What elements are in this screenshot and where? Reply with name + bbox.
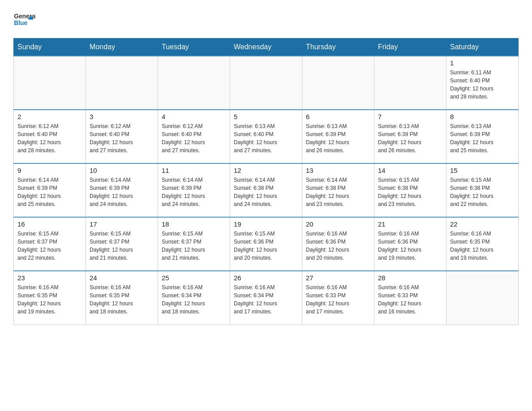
day-info: Sunrise: 6:14 AM Sunset: 6:39 PM Dayligh… xyxy=(17,176,82,208)
calendar-cell: 28Sunrise: 6:16 AM Sunset: 6:33 PM Dayli… xyxy=(374,271,446,325)
day-info: Sunrise: 6:12 AM Sunset: 6:40 PM Dayligh… xyxy=(17,122,82,154)
calendar-table: SundayMondayTuesdayWednesdayThursdayFrid… xyxy=(13,38,519,325)
calendar-cell: 11Sunrise: 6:14 AM Sunset: 6:39 PM Dayli… xyxy=(158,163,230,217)
day-info: Sunrise: 6:16 AM Sunset: 6:35 PM Dayligh… xyxy=(450,230,515,262)
calendar-cell: 21Sunrise: 6:16 AM Sunset: 6:36 PM Dayli… xyxy=(374,217,446,271)
calendar-cell: 9Sunrise: 6:14 AM Sunset: 6:39 PM Daylig… xyxy=(14,163,86,217)
week-row-3: 9Sunrise: 6:14 AM Sunset: 6:39 PM Daylig… xyxy=(14,163,519,217)
day-info: Sunrise: 6:16 AM Sunset: 6:33 PM Dayligh… xyxy=(378,283,442,316)
day-info: Sunrise: 6:13 AM Sunset: 6:39 PM Dayligh… xyxy=(450,122,515,154)
day-number: 5 xyxy=(234,113,298,120)
day-info: Sunrise: 6:16 AM Sunset: 6:34 PM Dayligh… xyxy=(162,283,226,316)
day-info: Sunrise: 6:15 AM Sunset: 6:37 PM Dayligh… xyxy=(90,230,154,262)
calendar-cell: 25Sunrise: 6:16 AM Sunset: 6:34 PM Dayli… xyxy=(158,271,230,325)
calendar-cell xyxy=(230,56,302,110)
day-number: 11 xyxy=(162,167,226,174)
day-info: Sunrise: 6:15 AM Sunset: 6:37 PM Dayligh… xyxy=(162,230,226,262)
svg-text:Blue: Blue xyxy=(14,20,27,26)
day-number: 7 xyxy=(378,113,442,120)
weekday-header-tuesday: Tuesday xyxy=(158,39,230,56)
calendar-cell: 13Sunrise: 6:14 AM Sunset: 6:38 PM Dayli… xyxy=(302,163,374,217)
day-info: Sunrise: 6:13 AM Sunset: 6:39 PM Dayligh… xyxy=(378,122,442,154)
day-number: 1 xyxy=(450,59,515,67)
calendar-cell: 5Sunrise: 6:13 AM Sunset: 6:40 PM Daylig… xyxy=(230,110,302,163)
day-info: Sunrise: 6:14 AM Sunset: 6:39 PM Dayligh… xyxy=(90,176,154,208)
day-info: Sunrise: 6:14 AM Sunset: 6:39 PM Dayligh… xyxy=(162,176,226,208)
calendar-cell: 26Sunrise: 6:16 AM Sunset: 6:34 PM Dayli… xyxy=(230,271,302,325)
week-row-1: 1Sunrise: 6:11 AM Sunset: 6:40 PM Daylig… xyxy=(14,56,519,110)
calendar-cell: 15Sunrise: 6:15 AM Sunset: 6:38 PM Dayli… xyxy=(446,163,519,217)
page-header: General Blue xyxy=(13,9,519,29)
day-number: 8 xyxy=(450,113,515,120)
week-row-5: 23Sunrise: 6:16 AM Sunset: 6:35 PM Dayli… xyxy=(14,271,519,325)
day-number: 17 xyxy=(90,220,154,228)
calendar-cell: 10Sunrise: 6:14 AM Sunset: 6:39 PM Dayli… xyxy=(86,163,158,217)
day-info: Sunrise: 6:15 AM Sunset: 6:38 PM Dayligh… xyxy=(450,176,515,208)
calendar-cell: 27Sunrise: 6:16 AM Sunset: 6:33 PM Dayli… xyxy=(302,271,374,325)
calendar-cell: 24Sunrise: 6:16 AM Sunset: 6:35 PM Dayli… xyxy=(86,271,158,325)
day-number: 3 xyxy=(90,113,154,120)
calendar-cell: 18Sunrise: 6:15 AM Sunset: 6:37 PM Dayli… xyxy=(158,217,230,271)
calendar-cell: 1Sunrise: 6:11 AM Sunset: 6:40 PM Daylig… xyxy=(446,56,519,110)
day-number: 24 xyxy=(90,274,154,282)
calendar-cell: 16Sunrise: 6:15 AM Sunset: 6:37 PM Dayli… xyxy=(14,217,86,271)
day-info: Sunrise: 6:15 AM Sunset: 6:38 PM Dayligh… xyxy=(378,176,442,208)
weekday-header-row: SundayMondayTuesdayWednesdayThursdayFrid… xyxy=(14,39,519,56)
day-number: 26 xyxy=(234,274,298,282)
day-number: 19 xyxy=(234,220,298,228)
calendar-cell: 4Sunrise: 6:12 AM Sunset: 6:40 PM Daylig… xyxy=(158,110,230,163)
calendar-cell: 3Sunrise: 6:12 AM Sunset: 6:40 PM Daylig… xyxy=(86,110,158,163)
calendar-cell xyxy=(158,56,230,110)
day-info: Sunrise: 6:16 AM Sunset: 6:36 PM Dayligh… xyxy=(306,230,370,262)
calendar-cell xyxy=(86,56,158,110)
calendar-cell: 19Sunrise: 6:15 AM Sunset: 6:36 PM Dayli… xyxy=(230,217,302,271)
day-number: 27 xyxy=(306,274,370,282)
weekday-header-wednesday: Wednesday xyxy=(230,39,302,56)
calendar-cell xyxy=(374,56,446,110)
day-number: 6 xyxy=(306,113,370,120)
day-number: 10 xyxy=(90,167,154,174)
calendar-cell: 8Sunrise: 6:13 AM Sunset: 6:39 PM Daylig… xyxy=(446,110,519,163)
day-number: 20 xyxy=(306,220,370,228)
day-number: 4 xyxy=(162,113,226,120)
calendar-cell: 12Sunrise: 6:14 AM Sunset: 6:38 PM Dayli… xyxy=(230,163,302,217)
week-row-2: 2Sunrise: 6:12 AM Sunset: 6:40 PM Daylig… xyxy=(14,110,519,163)
weekday-header-friday: Friday xyxy=(374,39,446,56)
day-info: Sunrise: 6:12 AM Sunset: 6:40 PM Dayligh… xyxy=(90,122,154,154)
weekday-header-saturday: Saturday xyxy=(446,39,519,56)
day-number: 12 xyxy=(234,167,298,174)
day-number: 13 xyxy=(306,167,370,174)
calendar-cell: 7Sunrise: 6:13 AM Sunset: 6:39 PM Daylig… xyxy=(374,110,446,163)
day-info: Sunrise: 6:13 AM Sunset: 6:40 PM Dayligh… xyxy=(234,122,298,154)
calendar-cell: 23Sunrise: 6:16 AM Sunset: 6:35 PM Dayli… xyxy=(14,271,86,325)
day-number: 22 xyxy=(450,220,515,228)
logo-svg: General Blue xyxy=(13,9,36,29)
day-number: 21 xyxy=(378,220,442,228)
weekday-header-monday: Monday xyxy=(86,39,158,56)
calendar-cell: 6Sunrise: 6:13 AM Sunset: 6:39 PM Daylig… xyxy=(302,110,374,163)
day-number: 15 xyxy=(450,167,515,174)
day-number: 14 xyxy=(378,167,442,174)
week-row-4: 16Sunrise: 6:15 AM Sunset: 6:37 PM Dayli… xyxy=(14,217,519,271)
day-info: Sunrise: 6:15 AM Sunset: 6:37 PM Dayligh… xyxy=(17,230,82,262)
day-info: Sunrise: 6:15 AM Sunset: 6:36 PM Dayligh… xyxy=(234,230,298,262)
weekday-header-thursday: Thursday xyxy=(302,39,374,56)
day-number: 25 xyxy=(162,274,226,282)
day-number: 2 xyxy=(17,113,82,120)
calendar-cell: 17Sunrise: 6:15 AM Sunset: 6:37 PM Dayli… xyxy=(86,217,158,271)
calendar-cell xyxy=(302,56,374,110)
day-info: Sunrise: 6:12 AM Sunset: 6:40 PM Dayligh… xyxy=(162,122,226,154)
day-info: Sunrise: 6:14 AM Sunset: 6:38 PM Dayligh… xyxy=(234,176,298,208)
logo: General Blue xyxy=(13,9,36,29)
day-info: Sunrise: 6:16 AM Sunset: 6:36 PM Dayligh… xyxy=(378,230,442,262)
day-info: Sunrise: 6:11 AM Sunset: 6:40 PM Dayligh… xyxy=(450,68,515,101)
calendar-cell: 22Sunrise: 6:16 AM Sunset: 6:35 PM Dayli… xyxy=(446,217,519,271)
day-number: 23 xyxy=(17,274,82,282)
calendar-cell xyxy=(14,56,86,110)
day-info: Sunrise: 6:16 AM Sunset: 6:34 PM Dayligh… xyxy=(234,283,298,316)
day-number: 9 xyxy=(17,167,82,174)
day-number: 28 xyxy=(378,274,442,282)
day-info: Sunrise: 6:13 AM Sunset: 6:39 PM Dayligh… xyxy=(306,122,370,154)
weekday-header-sunday: Sunday xyxy=(14,39,86,56)
calendar-cell: 14Sunrise: 6:15 AM Sunset: 6:38 PM Dayli… xyxy=(374,163,446,217)
